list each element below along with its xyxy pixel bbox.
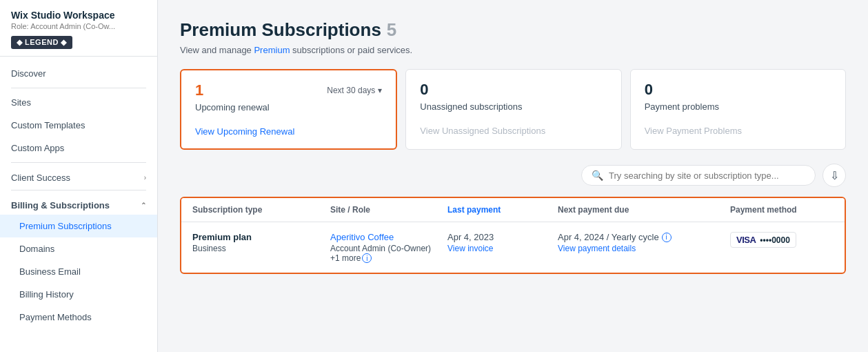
- subscription-type-cell: Premium plan Business: [192, 232, 330, 253]
- page-title-row: Premium Subscriptions 5: [180, 19, 846, 41]
- sidebar: Wix Studio Workspace Role: Account Admin…: [0, 0, 158, 352]
- next-days-badge[interactable]: Next 30 days ▾: [327, 86, 382, 95]
- site-more: +1 more i: [330, 253, 447, 263]
- payment-problems-count: 0: [645, 81, 653, 99]
- sidebar-item-billing[interactable]: Billing & Subscriptions ⌃: [0, 193, 157, 215]
- sidebar-item-premium-subscriptions[interactable]: Premium Subscriptions: [0, 215, 157, 237]
- th-subscription-type: Subscription type: [192, 205, 330, 215]
- last-payment-cell: Apr 4, 2023 View invoice: [447, 232, 558, 253]
- next-payment-date: Apr 4, 2024 / Yearly cycle: [558, 232, 659, 242]
- page-title: Premium Subscriptions: [180, 19, 381, 41]
- subtitle-highlight: Premium: [254, 45, 290, 55]
- sidebar-item-custom-apps[interactable]: Custom Apps: [0, 137, 157, 159]
- upcoming-renewal-label: Upcoming renewal: [195, 102, 382, 113]
- payment-problems-card[interactable]: 0 Payment problems View Payment Problems: [630, 69, 846, 150]
- search-icon: 🔍: [592, 170, 603, 181]
- sidebar-item-discover[interactable]: Discover: [0, 62, 157, 85]
- legend-button[interactable]: ◆ LEGEND ◆: [11, 36, 72, 49]
- search-box[interactable]: 🔍: [581, 165, 816, 186]
- last-payment-date: Apr 4, 2023: [447, 232, 558, 242]
- info-icon[interactable]: i: [362, 253, 372, 263]
- upcoming-renewal-card[interactable]: 1 Next 30 days ▾ Upcoming renewal View U…: [180, 69, 397, 150]
- payment-badge: VISA ••••0000: [730, 232, 796, 248]
- sidebar-item-client-success[interactable]: Client Success ›: [0, 166, 157, 187]
- payment-method-cell: VISA ••••0000: [730, 232, 846, 248]
- site-role: Account Admin (Co-Owner): [330, 244, 447, 253]
- site-role-cell: Aperitivo Coffee Account Admin (Co-Owner…: [330, 232, 447, 263]
- sidebar-item-domains[interactable]: Domains: [0, 237, 157, 260]
- view-payment-details-link[interactable]: View payment details: [558, 244, 730, 253]
- card-number: ••••0000: [760, 235, 790, 245]
- main-content: Premium Subscriptions 5 View and manage …: [158, 0, 868, 352]
- unassigned-label: Unassigned subscriptions: [420, 101, 607, 112]
- upcoming-renewal-count: 1: [195, 81, 203, 99]
- view-payment-problems-link[interactable]: View Payment Problems: [645, 126, 742, 136]
- next-payment-cell: Apr 4, 2024 / Yearly cycle i View paymen…: [558, 232, 730, 253]
- search-input[interactable]: [609, 170, 805, 181]
- nav-divider-3: [11, 190, 146, 190]
- sidebar-item-billing-history[interactable]: Billing History: [0, 283, 157, 306]
- summary-cards: 1 Next 30 days ▾ Upcoming renewal View U…: [180, 69, 846, 150]
- subscription-type-name: Premium plan: [192, 232, 330, 242]
- page-subtitle: View and manage Premium subscriptions or…: [180, 45, 846, 55]
- subscriptions-table: Subscription type Site / Role Last payme…: [180, 197, 846, 274]
- site-name-link[interactable]: Aperitivo Coffee: [330, 232, 447, 242]
- sidebar-header: Wix Studio Workspace Role: Account Admin…: [0, 0, 157, 57]
- subscription-type-sub: Business: [192, 244, 330, 253]
- th-next-payment: Next payment due: [558, 205, 730, 215]
- chevron-down-icon: ▾: [378, 86, 382, 95]
- nav-divider: [11, 88, 146, 88]
- th-site-role: Site / Role: [330, 205, 447, 215]
- workspace-name: Wix Studio Workspace: [11, 10, 146, 21]
- sidebar-item-payment-methods[interactable]: Payment Methods: [0, 306, 157, 329]
- payment-problems-label: Payment problems: [645, 101, 831, 112]
- download-button[interactable]: ⇩: [822, 164, 846, 187]
- view-invoice-link[interactable]: View invoice: [447, 244, 558, 253]
- info-cycle-icon[interactable]: i: [662, 233, 672, 242]
- download-icon: ⇩: [830, 169, 839, 182]
- nav-divider-2: [11, 162, 146, 163]
- view-unassigned-link[interactable]: View Unassigned Subscriptions: [420, 126, 545, 136]
- page-title-count: 5: [387, 19, 396, 41]
- sidebar-item-sites[interactable]: Sites: [0, 91, 157, 114]
- toolbar-row: 🔍 ⇩: [180, 164, 846, 187]
- sidebar-item-custom-templates[interactable]: Custom Templates: [0, 114, 157, 137]
- th-last-payment: Last payment: [447, 205, 558, 215]
- chevron-right-icon: ›: [144, 174, 146, 182]
- unassigned-card[interactable]: 0 Unassigned subscriptions View Unassign…: [405, 69, 621, 150]
- view-upcoming-renewal-link[interactable]: View Upcoming Renewal: [195, 126, 294, 137]
- visa-logo: VISA: [736, 235, 756, 245]
- chevron-up-icon: ⌃: [141, 202, 146, 209]
- unassigned-count: 0: [420, 81, 428, 99]
- sidebar-nav: Discover Sites Custom Templates Custom A…: [0, 57, 157, 352]
- workspace-role: Role: Account Admin (Co-Ow...: [11, 22, 146, 30]
- table-row: Premium plan Business Aperitivo Coffee A…: [181, 222, 845, 273]
- table-header: Subscription type Site / Role Last payme…: [181, 198, 845, 222]
- sidebar-item-business-email[interactable]: Business Email: [0, 260, 157, 283]
- th-payment-method: Payment method: [730, 205, 846, 215]
